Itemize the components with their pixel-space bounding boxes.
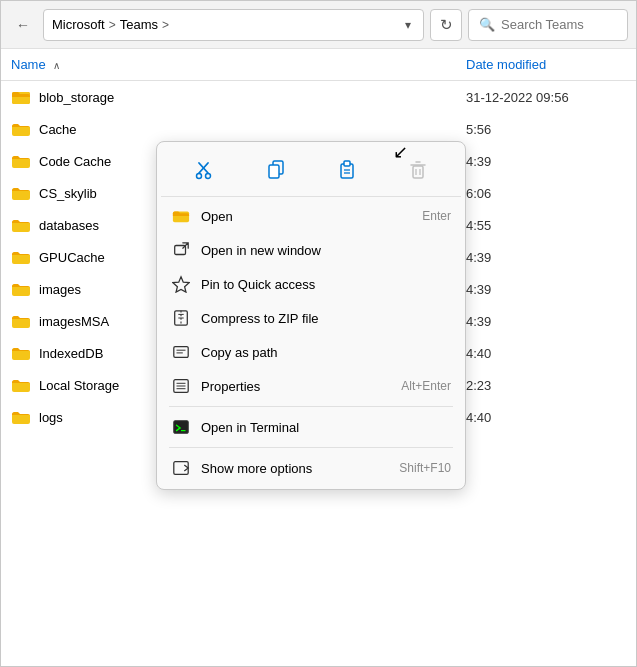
column-header-row: Name ∧ Date modified xyxy=(1,49,636,81)
context-menu-properties[interactable]: Properties Alt+Enter xyxy=(161,369,461,403)
properties-shortcut: Alt+Enter xyxy=(401,379,451,393)
svg-rect-10 xyxy=(344,161,350,166)
breadcrumb-text: Microsoft > Teams > xyxy=(52,17,169,32)
column-name-header[interactable]: Name ∧ xyxy=(11,57,466,72)
breadcrumb-sep1: > xyxy=(109,18,116,32)
compress-zip-label: Compress to ZIP file xyxy=(201,311,451,326)
show-more-icon xyxy=(171,458,191,478)
address-bar: ← Microsoft > Teams > ▾ ↻ 🔍 xyxy=(1,1,636,49)
open-icon xyxy=(171,206,191,226)
open-terminal-icon xyxy=(171,417,191,437)
context-menu-open-terminal[interactable]: Open in Terminal xyxy=(161,410,461,444)
file-explorer-window: ← Microsoft > Teams > ▾ ↻ 🔍 Name ∧ Date … xyxy=(0,0,637,667)
refresh-button[interactable]: ↻ xyxy=(430,9,462,41)
breadcrumb-sep2: > xyxy=(162,18,169,32)
breadcrumb-teams: Teams xyxy=(120,17,158,32)
context-menu-compress-zip[interactable]: Compress to ZIP file xyxy=(161,301,461,335)
search-box: 🔍 xyxy=(468,9,628,41)
context-menu-copy-path[interactable]: Copy as path xyxy=(161,335,461,369)
pin-quick-access-label: Pin to Quick access xyxy=(201,277,451,292)
context-menu-divider xyxy=(169,406,453,407)
open-new-window-label: Open in new window xyxy=(201,243,451,258)
properties-icon xyxy=(171,376,191,396)
svg-rect-8 xyxy=(269,165,279,178)
sort-arrow-icon: ∧ xyxy=(53,60,60,71)
breadcrumb[interactable]: Microsoft > Teams > ▾ xyxy=(43,9,424,41)
context-icon-strip xyxy=(161,146,461,197)
copy-path-icon xyxy=(171,342,191,362)
context-menu-overlay: Open Enter Open in new window xyxy=(1,81,636,666)
cut-button[interactable] xyxy=(187,152,223,188)
copy-path-label: Copy as path xyxy=(201,345,451,360)
svg-rect-34 xyxy=(174,462,188,475)
context-menu-show-more[interactable]: Show more options Shift+F10 xyxy=(161,451,461,485)
show-more-label: Show more options xyxy=(201,461,389,476)
copy-button[interactable] xyxy=(258,152,294,188)
svg-point-5 xyxy=(196,174,201,179)
svg-rect-13 xyxy=(413,166,423,178)
breadcrumb-microsoft: Microsoft xyxy=(52,17,105,32)
svg-rect-32 xyxy=(174,421,188,434)
svg-rect-25 xyxy=(174,347,188,358)
back-button[interactable]: ← xyxy=(9,11,37,39)
show-more-shortcut: Shift+F10 xyxy=(399,461,451,475)
context-menu-pin-quick-access[interactable]: Pin to Quick access xyxy=(161,267,461,301)
delete-button[interactable] xyxy=(400,152,436,188)
search-icon: 🔍 xyxy=(479,17,495,32)
open-shortcut: Enter xyxy=(422,209,451,223)
pin-quick-access-icon xyxy=(171,274,191,294)
context-menu-open[interactable]: Open Enter xyxy=(161,199,461,233)
open-new-window-icon xyxy=(171,240,191,260)
context-menu-open-new-window[interactable]: Open in new window xyxy=(161,233,461,267)
open-terminal-label: Open in Terminal xyxy=(201,420,451,435)
svg-marker-20 xyxy=(173,277,189,292)
breadcrumb-dropdown-button[interactable]: ▾ xyxy=(401,16,415,34)
open-label: Open xyxy=(201,209,412,224)
properties-label: Properties xyxy=(201,379,391,394)
context-menu-divider2 xyxy=(169,447,453,448)
paste-button[interactable] xyxy=(329,152,365,188)
compress-zip-icon xyxy=(171,308,191,328)
column-date-header[interactable]: Date modified xyxy=(466,57,626,72)
context-menu: Open Enter Open in new window xyxy=(156,141,466,490)
file-list: blob_storage 31-12-2022 09:56 Cache 5:56… xyxy=(1,81,636,666)
search-input[interactable] xyxy=(501,17,617,32)
svg-point-6 xyxy=(205,174,210,179)
